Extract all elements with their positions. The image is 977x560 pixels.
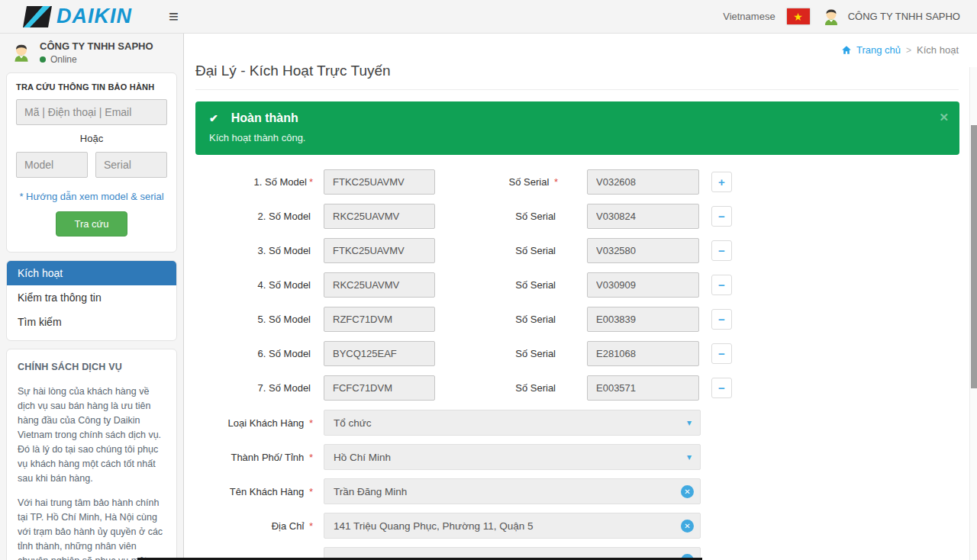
avatar: [821, 7, 841, 27]
chevron-down-icon: ▾: [687, 417, 692, 428]
clear-icon[interactable]: ✕: [681, 520, 694, 533]
daikin-logo-text: DAIKIN: [56, 5, 132, 28]
daikin-logo[interactable]: DAIKIN: [23, 5, 132, 28]
field-row: Tên Khách Hàng * Trần Đăng Minh ✕: [195, 478, 959, 504]
customer-type-select[interactable]: Tổ chức ▾: [324, 410, 701, 436]
device-rows: 1. Số Model* Số Serial * + 2. Số Model S…: [195, 169, 959, 401]
model-label: 2. Số Model: [195, 211, 324, 222]
model-input[interactable]: [324, 375, 435, 401]
close-icon[interactable]: ✕: [939, 111, 949, 124]
remove-device-button[interactable]: −: [711, 309, 732, 330]
success-alert: ✔ Hoàn thành Kích hoạt thành công. ✕: [195, 101, 959, 155]
vertical-scrollbar[interactable]: [969, 67, 977, 560]
account-name: CÔNG TY TNHH SAPHO: [848, 11, 960, 22]
serial-input[interactable]: [587, 169, 699, 195]
remove-device-button[interactable]: −: [711, 343, 732, 364]
warranty-lookup-panel: TRA CỨU THÔNG TIN BẢO HÀNH Hoặc * Hướng …: [6, 72, 177, 253]
device-row: 1. Số Model* Số Serial * +: [195, 169, 959, 195]
model-label: 7. Số Model: [195, 382, 324, 394]
alert-title: Hoàn thành: [231, 111, 298, 125]
model-input[interactable]: [324, 238, 435, 263]
serial-label: Số Serial: [435, 348, 558, 359]
check-icon: ✔: [209, 112, 218, 124]
remove-device-button[interactable]: −: [711, 240, 732, 261]
add-device-button[interactable]: +: [711, 172, 732, 192]
model-input[interactable]: [324, 341, 435, 366]
flag-star: ★: [793, 11, 803, 23]
remove-device-button[interactable]: −: [711, 275, 732, 295]
field-row: Địa Chỉ * 141 Triệu Quang Phục, Phường 1…: [195, 513, 959, 539]
vietnam-flag-icon[interactable]: ★: [787, 8, 810, 24]
customer-fields: Loại Khách Hàng * Tổ chức ▾ Thành Phố/ T…: [195, 410, 959, 539]
sidebar-nav: Kích hoạtKiểm tra thông tinTìm kiếm: [6, 260, 177, 341]
model-input[interactable]: [324, 307, 435, 332]
lookup-search-button[interactable]: Tra cứu: [56, 211, 127, 237]
hamburger-menu-icon[interactable]: ≡: [169, 8, 179, 25]
alert-message: Kích hoạt thành công.: [209, 132, 946, 143]
remove-device-button[interactable]: −: [711, 206, 732, 227]
field-row: Thành Phố/ Tỉnh * Hồ Chí Minh ▾: [195, 444, 959, 470]
serial-label: Số Serial: [435, 279, 558, 291]
device-row: 3. Số Model Số Serial −: [195, 238, 959, 263]
model-label: 3. Số Model: [195, 245, 324, 256]
sidebar-user-block: CÔNG TY TNHH SAPHO Online: [0, 34, 183, 71]
serial-input[interactable]: [587, 307, 699, 332]
model-lookup-input[interactable]: [16, 152, 88, 178]
device-row: 7. Số Model Số Serial −: [195, 375, 959, 401]
breadcrumb-home-link[interactable]: Trang chủ: [841, 44, 901, 56]
device-row: 2. Số Model Số Serial −: [195, 204, 959, 229]
device-row: 4. Số Model Số Serial −: [195, 272, 959, 298]
sidebar: CÔNG TY TNHH SAPHO Online TRA CỨU THÔNG …: [0, 34, 184, 560]
model-input[interactable]: [324, 169, 435, 195]
serial-input[interactable]: [587, 238, 699, 263]
serial-input[interactable]: [587, 272, 699, 298]
clear-icon[interactable]: ✕: [681, 485, 694, 498]
policy-paragraphs: Sự hài lòng của khách hàng về dịch vụ sa…: [18, 385, 166, 560]
serial-input[interactable]: [587, 375, 699, 401]
policy-paragraph: Với hai trung tâm bảo hành chính tại TP.…: [18, 496, 166, 560]
serial-label: Số Serial: [435, 245, 558, 256]
sidebar-company-name: CÔNG TY TNHH SAPHO: [40, 40, 153, 52]
model-label: 4. Số Model: [195, 279, 324, 291]
remove-device-button[interactable]: −: [711, 378, 732, 398]
device-row: 6. Số Model Số Serial −: [195, 341, 959, 366]
activation-form: 1. Số Model* Số Serial * + 2. Số Model S…: [195, 169, 959, 560]
code-phone-email-input[interactable]: [16, 99, 167, 125]
city-province-select[interactable]: Hồ Chí Minh ▾: [324, 444, 701, 470]
service-policy-panel: CHÍNH SÁCH DỊCH VỤ Sự hài lòng của khách…: [6, 349, 177, 560]
serial-label: Số Serial *: [435, 176, 558, 188]
sidebar-item-kiem-tra-thong-tin[interactable]: Kiểm tra thông tin: [7, 285, 176, 310]
field-row: Loại Khách Hàng * Tổ chức ▾: [195, 410, 959, 436]
customer-name-input[interactable]: Trần Đăng Minh ✕: [324, 478, 701, 504]
account-menu[interactable]: CÔNG TY TNHH SAPHO: [821, 7, 960, 27]
serial-label: Số Serial: [435, 314, 558, 325]
serial-label: Số Serial: [435, 382, 558, 394]
model-label: 5. Số Model: [195, 314, 324, 325]
serial-lookup-input[interactable]: [95, 152, 167, 178]
model-label: 6. Số Model: [195, 348, 324, 359]
device-row: 5. Số Model Số Serial −: [195, 307, 959, 332]
online-status-dot: [40, 56, 46, 63]
top-header: DAIKIN ≡ Vietnamese ★ CÔNG TY TNHH SAPHO: [0, 0, 977, 34]
home-icon: [841, 45, 852, 55]
breadcrumb-current: Kích hoạt: [917, 44, 959, 56]
address-input[interactable]: 141 Triệu Quang Phục, Phường 11, Quận 5 …: [324, 513, 701, 539]
avatar: [11, 42, 32, 63]
main-content: Trang chủ > Kích hoạt Đại Lý - Kích Hoạt…: [184, 34, 977, 560]
model-label: 1. Số Model*: [195, 176, 324, 188]
page-title: Đại Lý - Kích Hoạt Trực Tuyến: [195, 63, 959, 90]
language-label: Vietnamese: [723, 11, 775, 22]
sidebar-item-kich-hoat[interactable]: Kích hoạt: [7, 261, 176, 285]
serial-input[interactable]: [587, 341, 699, 366]
model-serial-guide-link[interactable]: * Hướng dẫn xem model & serial: [16, 191, 167, 202]
daikin-logo-mark: [23, 5, 52, 28]
model-input[interactable]: [324, 204, 435, 229]
serial-input[interactable]: [587, 204, 699, 229]
policy-paragraph: Sự hài lòng của khách hàng về dịch vụ sa…: [18, 385, 166, 486]
serial-label: Số Serial: [435, 211, 558, 222]
breadcrumb: Trang chủ > Kích hoạt: [195, 44, 959, 56]
model-input[interactable]: [324, 272, 435, 298]
policy-title: CHÍNH SÁCH DỊCH VỤ: [18, 360, 166, 375]
sidebar-item-tim-kiem[interactable]: Tìm kiếm: [7, 310, 176, 334]
scrollbar-thumb[interactable]: [971, 125, 977, 388]
